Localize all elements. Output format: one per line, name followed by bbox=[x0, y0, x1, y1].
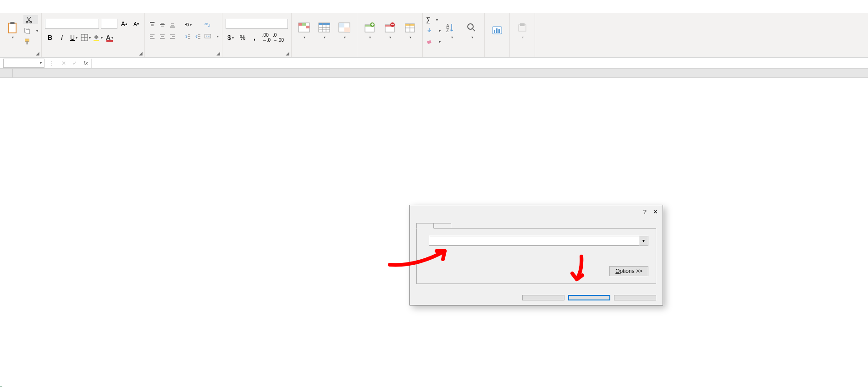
increase-indent-button[interactable] bbox=[194, 33, 202, 41]
close-button[interactable] bbox=[614, 295, 656, 300]
borders-button[interactable]: ▾ bbox=[81, 33, 91, 43]
svg-rect-49 bbox=[339, 23, 344, 27]
svg-rect-41 bbox=[306, 26, 310, 28]
cancel-formula-icon[interactable]: ✕ bbox=[58, 60, 69, 66]
dialog-launcher-icon[interactable]: ◢ bbox=[138, 51, 144, 56]
wrap-text-button[interactable]: ab bbox=[204, 21, 219, 30]
dialog-launcher-icon[interactable]: ◢ bbox=[35, 51, 40, 56]
increase-decimal-button[interactable]: .00→.0 bbox=[261, 33, 271, 43]
insert-function-icon[interactable]: fx bbox=[80, 60, 91, 66]
decrease-font-button[interactable]: A▾ bbox=[131, 19, 141, 29]
conditional-formatting-button[interactable]: ▾ bbox=[295, 15, 313, 47]
tab-find[interactable] bbox=[416, 223, 434, 229]
accounting-format-button[interactable]: $▾ bbox=[226, 33, 236, 43]
font-family-select[interactable] bbox=[45, 19, 99, 29]
align-left-button[interactable] bbox=[148, 33, 156, 41]
format-cells-button[interactable]: ▾ bbox=[401, 15, 419, 47]
group-alignment: ⟲▾ ab ▾ bbox=[145, 13, 222, 57]
find-next-button[interactable] bbox=[568, 295, 610, 300]
group-label bbox=[513, 55, 531, 57]
align-right-button[interactable] bbox=[168, 33, 177, 41]
select-all-corner[interactable] bbox=[0, 69, 13, 77]
font-size-select[interactable] bbox=[101, 19, 117, 29]
group-label bbox=[226, 55, 288, 57]
options-button[interactable]: Options >> bbox=[609, 266, 648, 276]
group-styles: ▾ ▾ ▾ bbox=[292, 13, 357, 57]
dialog-launcher-icon[interactable]: ◢ bbox=[285, 51, 290, 56]
svg-line-65 bbox=[472, 28, 475, 31]
group-label bbox=[45, 55, 141, 57]
number-format-select[interactable] bbox=[226, 19, 288, 29]
sensitivity-button[interactable]: ▾ bbox=[513, 15, 531, 47]
group-label bbox=[426, 55, 481, 57]
comma-format-button[interactable]: , bbox=[249, 33, 260, 43]
svg-rect-39 bbox=[299, 23, 302, 26]
group-analysis bbox=[485, 13, 510, 57]
dialog-titlebar[interactable]: ? ✕ bbox=[410, 205, 663, 218]
align-center-button[interactable] bbox=[158, 33, 166, 41]
group-editing: ∑▾ ▾ ▾ AZ ▾ ▾ bbox=[423, 13, 485, 57]
svg-rect-37 bbox=[205, 34, 210, 38]
svg-rect-11 bbox=[94, 40, 99, 41]
sort-filter-button[interactable]: AZ ▾ bbox=[442, 15, 461, 47]
decrease-indent-button[interactable] bbox=[184, 33, 192, 41]
underline-button[interactable]: U▾ bbox=[69, 33, 79, 43]
help-icon[interactable]: ? bbox=[643, 208, 647, 215]
svg-text:ab: ab bbox=[205, 22, 208, 26]
decrease-decimal-button[interactable]: .0→.00 bbox=[273, 33, 283, 43]
align-middle-button[interactable] bbox=[158, 21, 166, 29]
bold-button[interactable]: B bbox=[45, 33, 55, 43]
svg-rect-7 bbox=[27, 41, 28, 44]
enter-formula-icon[interactable]: ✓ bbox=[69, 60, 80, 66]
ribbon-tabs bbox=[0, 0, 868, 13]
merge-center-button[interactable]: ▾ bbox=[204, 32, 219, 41]
svg-rect-0 bbox=[9, 23, 16, 33]
italic-button[interactable]: I bbox=[57, 33, 67, 43]
orientation-button[interactable]: ⟲▾ bbox=[184, 21, 192, 29]
svg-rect-40 bbox=[302, 23, 306, 26]
formula-bar: ▾ ⋮ ✕ ✓ fx bbox=[0, 58, 868, 69]
find-what-input[interactable] bbox=[429, 236, 639, 246]
delete-cells-button[interactable]: ▾ bbox=[381, 15, 399, 47]
autosum-button[interactable]: ∑▾ bbox=[426, 15, 441, 24]
group-cells: ▾ ▾ ▾ bbox=[357, 13, 423, 57]
dialog-launcher-icon[interactable]: ◢ bbox=[216, 51, 221, 56]
group-label bbox=[488, 55, 506, 57]
svg-rect-71 bbox=[520, 23, 525, 26]
svg-rect-69 bbox=[498, 29, 500, 33]
close-icon[interactable]: ✕ bbox=[653, 208, 658, 215]
group-label bbox=[3, 55, 38, 57]
percent-format-button[interactable]: % bbox=[238, 33, 248, 43]
formula-input[interactable] bbox=[91, 59, 868, 68]
font-color-button[interactable]: A▾ bbox=[105, 33, 115, 43]
find-replace-dialog: ? ✕ ▾ Options >> bbox=[409, 205, 663, 305]
align-bottom-button[interactable] bbox=[168, 21, 177, 29]
clear-button[interactable]: ▾ bbox=[426, 37, 441, 46]
svg-rect-6 bbox=[25, 39, 29, 41]
name-box[interactable]: ▾ bbox=[3, 59, 44, 68]
format-painter-button[interactable] bbox=[23, 37, 38, 46]
find-select-button[interactable]: ▾ bbox=[463, 15, 481, 47]
fill-button[interactable]: ▾ bbox=[426, 26, 441, 35]
ribbon: ▾ ▾ ◢ bbox=[0, 13, 868, 58]
cut-button[interactable] bbox=[23, 15, 38, 24]
svg-rect-43 bbox=[319, 23, 330, 25]
group-sensitivity: ▾ bbox=[510, 13, 535, 57]
fill-color-button[interactable]: ▾ bbox=[93, 33, 103, 43]
svg-text:Z: Z bbox=[446, 28, 449, 33]
copy-button[interactable]: ▾ bbox=[23, 26, 38, 35]
svg-rect-50 bbox=[344, 27, 350, 32]
format-as-table-button[interactable]: ▾ bbox=[315, 15, 333, 47]
find-history-dropdown[interactable]: ▾ bbox=[639, 236, 648, 246]
tab-replace[interactable] bbox=[434, 223, 451, 229]
paste-button[interactable]: ▾ bbox=[3, 15, 22, 47]
cell-styles-button[interactable]: ▾ bbox=[335, 15, 354, 47]
find-all-button[interactable] bbox=[522, 295, 564, 300]
svg-rect-5 bbox=[26, 29, 29, 33]
analyze-data-button[interactable] bbox=[488, 15, 506, 47]
group-number: $▾ % , .00→.0 .0→.00 ◢ bbox=[222, 13, 292, 57]
align-top-button[interactable] bbox=[148, 21, 156, 29]
insert-cells-button[interactable]: ▾ bbox=[360, 15, 379, 47]
svg-rect-68 bbox=[496, 28, 498, 33]
increase-font-button[interactable]: A▴ bbox=[119, 19, 129, 29]
